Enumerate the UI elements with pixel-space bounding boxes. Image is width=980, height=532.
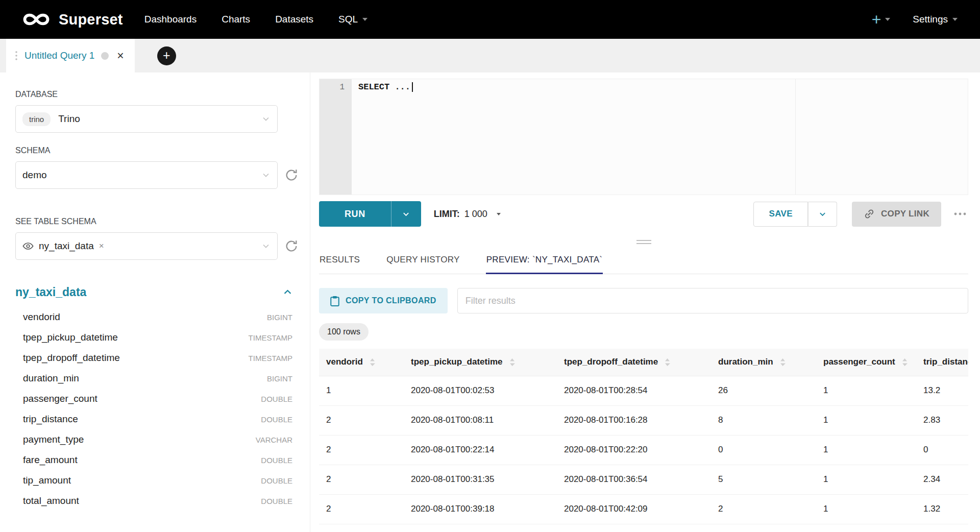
save-button[interactable]: SAVE <box>753 202 808 227</box>
column-header[interactable]: tpep_dropoff_datetime <box>557 349 711 376</box>
schema-column-row: duration_min BIGINT <box>15 368 292 389</box>
sort-icon[interactable] <box>902 358 908 367</box>
save-dropdown-button[interactable] <box>808 202 837 227</box>
copy-link-button[interactable]: COPY LINK <box>852 202 941 227</box>
more-actions-button[interactable] <box>952 208 968 220</box>
column-name: tpep_dropoff_datetime <box>23 352 120 364</box>
table-cell: 2020-08-01T00:08:11 <box>404 405 557 435</box>
schema-column-row: trip_distance DOUBLE <box>15 409 292 429</box>
table-cell: 5 <box>711 465 816 494</box>
column-header[interactable]: trip_distance <box>916 349 968 376</box>
copy-link-label: COPY LINK <box>881 209 929 219</box>
table-cell: 2 <box>711 494 816 524</box>
caret-down-icon <box>952 18 958 21</box>
database-value: Trino <box>58 113 80 125</box>
print-margin-line <box>795 79 796 195</box>
sort-icon[interactable] <box>665 358 670 367</box>
table-picker-label: SEE TABLE SCHEMA <box>15 217 310 226</box>
clipboard-icon <box>330 296 339 306</box>
run-button[interactable]: RUN <box>319 201 391 227</box>
refresh-schemas-button[interactable] <box>284 168 299 182</box>
new-menu-button[interactable]: + <box>872 11 891 28</box>
column-header-label: trip_distance <box>923 357 968 367</box>
refresh-tables-button[interactable] <box>284 239 299 253</box>
column-header[interactable]: tpep_pickup_datetime <box>404 349 557 376</box>
clear-table-icon[interactable]: × <box>99 241 104 251</box>
collapse-table-icon[interactable] <box>283 287 292 297</box>
table-name[interactable]: ny_taxi_data <box>15 285 86 299</box>
sql-code-area[interactable]: SELECT ... <box>352 79 413 195</box>
caret-down-icon <box>885 18 890 21</box>
filter-results-input[interactable] <box>457 288 968 313</box>
south-tab[interactable]: RESULTS <box>319 247 360 274</box>
results-header-row: vendorid tpep_pickup_datetime tpep_dropo… <box>319 349 968 376</box>
nav-item[interactable]: Datasets <box>275 14 313 25</box>
table-cell: 2 <box>319 494 404 524</box>
column-type: DOUBLE <box>261 415 292 424</box>
column-type: DOUBLE <box>261 395 292 403</box>
nav-item[interactable]: Charts <box>222 14 250 25</box>
query-tab[interactable]: Untitled Query 1 × <box>6 39 135 72</box>
database-select[interactable]: trino Trino <box>15 105 278 133</box>
limit-value: 1 000 <box>464 209 487 220</box>
column-name: fare_amount <box>23 454 78 466</box>
schema-column-row: payment_type VARCHAR <box>15 429 292 450</box>
column-name: tip_amount <box>23 475 71 486</box>
database-section: DATABASE trino Trino <box>15 90 310 133</box>
south-tab-label: RESULTS <box>320 255 360 264</box>
column-header[interactable]: duration_min <box>711 349 816 376</box>
save-button-group: SAVE <box>753 202 837 227</box>
column-header[interactable]: vendorid <box>319 349 404 376</box>
run-dropdown-button[interactable] <box>391 201 421 227</box>
close-tab-icon[interactable]: × <box>117 50 124 62</box>
sort-icon[interactable] <box>509 358 515 367</box>
copy-to-clipboard-button[interactable]: COPY TO CLIPBOARD <box>319 288 448 313</box>
query-tab-bar: Untitled Query 1 × + <box>0 39 980 72</box>
chevron-down-icon <box>262 242 270 250</box>
column-type: DOUBLE <box>261 456 292 465</box>
column-header-label: passenger_count <box>823 357 895 367</box>
column-header-label: tpep_dropoff_datetime <box>564 357 658 367</box>
column-type: TIMESTAMP <box>249 333 292 342</box>
limit-control[interactable]: LIMIT: 1 000 <box>434 209 501 220</box>
table-cell: 2020-08-01T00:22:20 <box>557 435 711 465</box>
nav-item-label: Dashboards <box>144 14 197 25</box>
column-type: BIGINT <box>267 313 292 322</box>
unsaved-indicator <box>101 52 109 60</box>
nav-item[interactable]: Dashboards <box>144 14 197 25</box>
table-row: 22020-08-01T00:31:352020-08-01T00:36:545… <box>319 465 968 494</box>
database-type-badge: trino <box>22 112 51 126</box>
editor-toolbar: RUN LIMIT: 1 000 SAVE <box>319 201 968 227</box>
nav-item[interactable]: SQL <box>338 14 368 25</box>
table-cell: 2020-08-01T00:28:54 <box>557 376 711 405</box>
nav-item-label: Charts <box>222 14 250 25</box>
table-cell: 2020-08-01T00:22:14 <box>404 435 557 465</box>
table-select[interactable]: ny_taxi_data × <box>15 232 278 260</box>
row-count-row: 100 rows <box>319 323 968 341</box>
column-header[interactable]: passenger_count <box>816 349 916 376</box>
run-button-group: RUN <box>319 201 421 227</box>
results-body: 12020-08-01T00:02:532020-08-01T00:28:542… <box>319 376 968 524</box>
superset-brand[interactable]: Superset <box>20 11 123 28</box>
south-tab[interactable]: QUERY HISTORY <box>386 247 460 274</box>
table-cell: 1 <box>816 376 916 405</box>
sql-editor[interactable]: 1 SELECT ... <box>319 79 968 195</box>
sort-icon[interactable] <box>370 358 375 367</box>
table-row: 12020-08-01T00:02:532020-08-01T00:28:542… <box>319 376 968 405</box>
caret-down-icon <box>497 213 501 215</box>
new-tab-button[interactable]: + <box>157 46 176 65</box>
pane-resize-handle[interactable] <box>319 238 968 245</box>
schema-select[interactable]: demo <box>15 161 278 189</box>
sort-icon[interactable] <box>780 358 786 367</box>
results-grid[interactable]: vendorid tpep_pickup_datetime tpep_dropo… <box>319 349 968 532</box>
table-cell: 26 <box>711 376 816 405</box>
table-cell: 2 <box>319 405 404 435</box>
column-type: DOUBLE <box>261 497 292 505</box>
brand-name: Superset <box>59 11 123 28</box>
drag-handle-icon[interactable] <box>15 51 18 61</box>
table-cell: 0 <box>711 435 816 465</box>
settings-menu-button[interactable]: Settings <box>913 14 958 25</box>
south-tab[interactable]: PREVIEW: `NY_TAXI_DATA` <box>486 247 603 274</box>
column-name: duration_min <box>23 373 79 384</box>
table-cell: 2020-08-01T00:42:09 <box>557 494 711 524</box>
